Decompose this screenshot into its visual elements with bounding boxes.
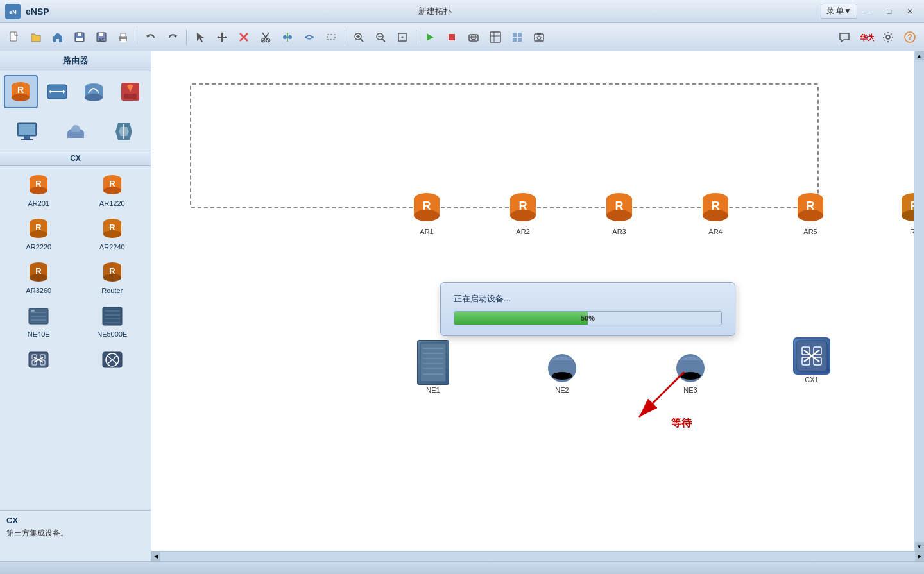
move-tool-button[interactable] (212, 27, 232, 47)
open-file-button[interactable] (26, 27, 46, 47)
svg-point-23 (283, 35, 287, 39)
chat-button[interactable] (834, 27, 855, 47)
device-ne3-label: NE3 (683, 386, 697, 394)
device-ne2-label: NE2 (555, 386, 569, 394)
topology-button[interactable] (485, 27, 506, 47)
device-ar2220-label: AR2220 (26, 243, 51, 251)
select-tool-button[interactable] (190, 27, 210, 47)
svg-marker-40 (427, 33, 434, 41)
maximize-button[interactable]: □ (880, 4, 898, 19)
sidebar-item-ne5000e[interactable]: NE5000E (78, 301, 148, 341)
home-button[interactable] (47, 27, 68, 47)
toolbar-separator-1 (137, 30, 137, 45)
device-ar1220-label: AR1220 (99, 199, 125, 207)
svg-text:R: R (712, 199, 720, 212)
fit-button[interactable] (392, 27, 413, 47)
rectangle-button[interactable] (321, 27, 341, 47)
device-r1[interactable]: R R1 (896, 189, 914, 235)
zoom-out-button[interactable] (370, 27, 391, 47)
bottom-scrollbar[interactable]: ◀ ▶ (151, 551, 924, 561)
sidebar-item-ar3260[interactable]: R AR3260 (4, 257, 74, 297)
device-ne1[interactable]: NE1 (417, 340, 449, 394)
help-button[interactable]: ? (900, 27, 920, 47)
sidebar-icon-firewall[interactable] (113, 75, 147, 108)
capture-button[interactable] (463, 27, 484, 47)
title-bar-left: eN eNSP (5, 4, 49, 19)
toolbar-separator-3 (345, 30, 345, 45)
huawei-logo: 华为 (856, 27, 877, 47)
description-box: CX 第三方集成设备。 (0, 510, 151, 561)
svg-point-44 (472, 35, 475, 38)
minimize-button[interactable]: ─ (860, 4, 878, 19)
svg-text:R: R (36, 266, 42, 276)
device-ar2[interactable]: R AR2 (504, 189, 542, 235)
sidebar-icon-monitor[interactable] (4, 115, 50, 148)
svg-line-33 (361, 39, 363, 42)
sidebar-item-ar1220[interactable]: R AR1220 (78, 170, 148, 210)
device-ar5[interactable]: R AR5 (792, 189, 829, 235)
device-ar3[interactable]: R AR3 (601, 189, 638, 235)
sidebar-item-cx2[interactable] (78, 344, 148, 376)
device-cx1[interactable]: CX1 (793, 337, 830, 384)
svg-text:R: R (36, 179, 42, 189)
add-link-button[interactable] (277, 27, 298, 47)
close-button[interactable]: ✕ (901, 4, 919, 19)
sidebar-icon-router[interactable]: R (4, 75, 38, 108)
right-scrollbar[interactable]: ▲ ▼ (914, 51, 924, 551)
device-ar4[interactable]: R AR4 (697, 189, 734, 235)
auto-link-button[interactable] (299, 27, 320, 47)
firewall-category-icon (117, 79, 143, 105)
sidebar-item-cx1[interactable] (4, 344, 74, 376)
grid-button[interactable] (507, 27, 527, 47)
device-ne3[interactable]: NE3 (674, 351, 707, 394)
svg-point-69 (85, 94, 103, 101)
zoom-in-button[interactable] (348, 27, 369, 47)
svg-marker-13 (221, 32, 223, 34)
undo-button[interactable] (141, 27, 161, 47)
sidebar-icon-connector[interactable] (101, 115, 147, 148)
sidebar-item-ar201[interactable]: R AR201 (4, 170, 74, 210)
save-as-button[interactable]: AS (91, 27, 112, 47)
sidebar-icon-switch[interactable] (40, 75, 74, 108)
device-ar3-label: AR3 (612, 228, 626, 235)
sidebar-devices-grid: R AR201 R AR1220 (0, 166, 151, 380)
scroll-left-button[interactable]: ◀ (151, 552, 160, 561)
start-button[interactable] (420, 27, 440, 47)
svg-marker-14 (221, 40, 223, 42)
sidebar-item-ar2240[interactable]: R AR2240 (78, 214, 148, 253)
progress-dialog: 正在启动设备... 50% (440, 282, 735, 336)
scroll-up-button[interactable]: ▲ (915, 51, 924, 60)
svg-rect-79 (67, 132, 84, 138)
sidebar-item-router[interactable]: R Router (78, 257, 148, 297)
sidebar-icon-cloud[interactable] (53, 115, 99, 148)
scroll-down-button[interactable]: ▼ (915, 542, 924, 551)
svg-rect-75 (19, 124, 35, 135)
title-bar: eN eNSP 新建拓扑 菜 单▼ ─ □ ✕ (0, 0, 924, 23)
new-file-button[interactable] (4, 27, 24, 47)
router-category-icon: R (8, 79, 33, 105)
print-button[interactable] (113, 27, 133, 47)
device-ne40e-label: NE40E (28, 330, 50, 338)
device-ne1-label: NE1 (426, 386, 440, 394)
device-ar1[interactable]: R AR1 (408, 189, 445, 235)
menu-button[interactable]: 菜 单▼ (821, 4, 857, 19)
svg-text:R: R (807, 199, 815, 212)
device-router-label: Router (101, 287, 123, 294)
delete-button[interactable] (234, 27, 254, 47)
redo-button[interactable] (162, 27, 183, 47)
sidebar-device-list: R AR201 R AR1220 (0, 166, 151, 510)
stop-button[interactable] (441, 27, 462, 47)
sidebar-item-ne40e[interactable]: NE40E (4, 301, 74, 341)
sidebar-icon-wireless[interactable] (77, 75, 111, 108)
device-ne2[interactable]: NE2 (545, 351, 579, 394)
status-bar (0, 561, 924, 574)
save-button[interactable] (69, 27, 90, 47)
canvas-area[interactable]: R AR1 R AR2 (151, 51, 914, 551)
window-title: 新建拓扑 (418, 6, 452, 17)
scroll-right-button[interactable]: ▶ (915, 552, 924, 561)
snapshot-button[interactable] (529, 27, 549, 47)
settings-button[interactable] (878, 27, 898, 47)
cut-button[interactable] (255, 27, 276, 47)
sidebar-item-ar2220[interactable]: R AR2220 (4, 214, 74, 253)
ne1-box (417, 340, 449, 385)
